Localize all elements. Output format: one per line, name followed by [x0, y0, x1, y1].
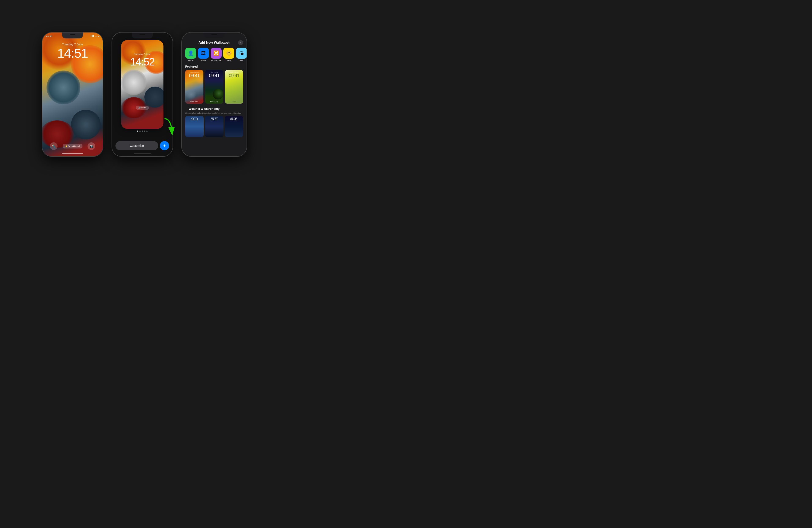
weather-section: Weather & Astronomy Live weather and ast…	[182, 106, 247, 140]
weather-section-title: Weather & Astronomy	[185, 106, 243, 112]
phone1-screen: one UK ▌▌▌ ▲ ▬ Tuesday 7 June 14:51 🔦 🌙 …	[42, 32, 103, 156]
phone3-screen: Add New Wallpaper × 👤 People 🖼 Photos 🔀 …	[182, 32, 247, 156]
wallpaper-preview: Tuesday 7 June 14:52 🔗 Focus	[121, 40, 163, 129]
weather-card-2[interactable]: Tuesday 9 January 09:41	[205, 116, 223, 137]
wallpaper-type-list: 👤 People 🖼 Photos 🔀 Photo Shuffle 😊 Emoj…	[182, 48, 247, 64]
astronomy-time: 09:41	[205, 73, 223, 78]
phone1-home-indicator	[62, 153, 83, 154]
moon-icon: 🌙	[65, 145, 67, 147]
weather-card-3[interactable]: Tue 7 ✈ 21:53 09:41	[225, 116, 243, 137]
dot-5	[146, 131, 148, 132]
camera-icon: 📷	[90, 145, 93, 148]
phone3-frame: Add New Wallpaper × 👤 People 🖼 Photos 🔀 …	[182, 32, 247, 157]
phone2-screen: Tuesday 7 June 14:52 🔗 Focus Customise +	[112, 32, 173, 156]
wp-type-emoji[interactable]: 😊 Emoji	[223, 48, 234, 61]
featured-section-title: Featured	[182, 64, 247, 70]
photos-label: Photos	[201, 60, 206, 61]
shuffle-label: Photo Shuffle	[211, 60, 221, 61]
preview-date: Tuesday 7 June	[121, 53, 163, 55]
featured-astronomy[interactable]: Tue 7 ✈ 21:53 09:41 Astronomy	[205, 70, 223, 104]
phone3-content: Add New Wallpaper × 👤 People 🖼 Photos 🔀 …	[182, 32, 247, 144]
photos-icon: 🖼	[198, 48, 209, 59]
featured-color[interactable]: Tuesday 9 January 09:41 Color	[225, 70, 243, 104]
people-label: People	[188, 60, 193, 61]
wc2-time: 09:41	[205, 118, 223, 121]
weather-grid: Tue 7 ✈ 21:53 09:41 Tuesday 9 January 09…	[185, 116, 243, 137]
phone1-status-bar: one UK ▌▌▌ ▲ ▬	[46, 35, 99, 37]
astronomy-time-display: Tue 7 ✈ 21:53 09:41	[205, 72, 223, 78]
weather-card-1[interactable]: Tue 7 ✈ 21:53 09:41	[185, 116, 204, 137]
page-dots	[137, 131, 148, 132]
flashlight-button[interactable]: 🔦	[50, 142, 58, 150]
phone2-container: Tuesday 7 June 14:52 🔗 Focus Customise +	[112, 32, 173, 157]
phone1-notch	[70, 34, 75, 35]
dot-4	[144, 131, 145, 132]
wp-type-people[interactable]: 👤 People	[185, 48, 196, 61]
emoji-label: Emoji	[227, 60, 231, 61]
phone1-carrier: one UK	[46, 35, 53, 37]
weather-icon: 🌤	[236, 48, 247, 59]
wp-type-weather[interactable]: 🌤 Weal	[236, 48, 247, 61]
phone1-status-icons: ▌▌▌ ▲ ▬	[91, 35, 99, 37]
phone2-frame: Tuesday 7 June 14:52 🔗 Focus Customise +	[112, 32, 173, 157]
signal-icon: ▌▌▌	[91, 35, 94, 37]
people-icon: 👤	[185, 48, 196, 59]
astronomy-label: Astronomy	[205, 101, 223, 103]
wp-type-photos[interactable]: 🖼 Photos	[198, 48, 209, 61]
phone1-frame: one UK ▌▌▌ ▲ ▬ Tuesday 7 June 14:51 🔦 🌙 …	[42, 32, 103, 157]
customise-button[interactable]: Customise	[115, 141, 158, 150]
shuffle-icon: 🔀	[211, 48, 222, 59]
phone1-bottom-controls: 🔦 🌙 Do Not Disturb 📷	[42, 142, 103, 150]
collections-label: Collections	[185, 101, 203, 103]
wifi-icon: ▲	[95, 35, 97, 37]
collections-time: 09:41	[185, 73, 203, 78]
dot-3	[142, 131, 143, 132]
featured-collections[interactable]: Tuesday 9 January 09:41 Collections	[185, 70, 203, 104]
phone2-notch	[140, 34, 145, 35]
dot-2	[139, 131, 141, 132]
dnd-label: Do Not Disturb	[68, 145, 81, 147]
earth-visual	[213, 89, 223, 100]
add-wallpaper-button[interactable]: +	[160, 141, 169, 150]
color-time: 09:41	[225, 73, 243, 78]
wp-type-shuffle[interactable]: 🔀 Photo Shuffle	[211, 48, 222, 61]
weather-label: Weal	[240, 60, 243, 61]
camera-button[interactable]: 📷	[88, 142, 95, 150]
collections-time-display: Tuesday 9 January 09:41	[185, 72, 203, 78]
weather-description: Live weather and astronomical conditions…	[185, 112, 243, 114]
wc3-time: 09:41	[225, 118, 243, 121]
dot-1	[137, 131, 138, 132]
flashlight-icon: 🔦	[52, 145, 56, 148]
phone2-home-indicator	[134, 153, 151, 154]
close-button[interactable]: ×	[238, 40, 243, 45]
wc1-time: 09:41	[185, 118, 204, 121]
emoji-icon: 😊	[223, 48, 234, 59]
preview-time: 14:52	[121, 56, 163, 68]
dnd-button[interactable]: 🌙 Do Not Disturb	[62, 144, 83, 149]
phone1-time: 14:51	[42, 46, 103, 61]
add-wallpaper-title: Add New Wallpaper	[190, 41, 238, 45]
featured-grid: Tuesday 9 January 09:41 Collections Tue …	[182, 70, 247, 106]
color-time-display: Tuesday 9 January 09:41	[225, 72, 243, 78]
color-label: Color	[225, 101, 243, 103]
battery-icon: ▬	[98, 35, 99, 37]
focus-badge[interactable]: 🔗 Focus	[136, 106, 149, 110]
phone3-notch	[212, 34, 217, 35]
phone2-bottom-bar: Customise +	[115, 141, 169, 150]
